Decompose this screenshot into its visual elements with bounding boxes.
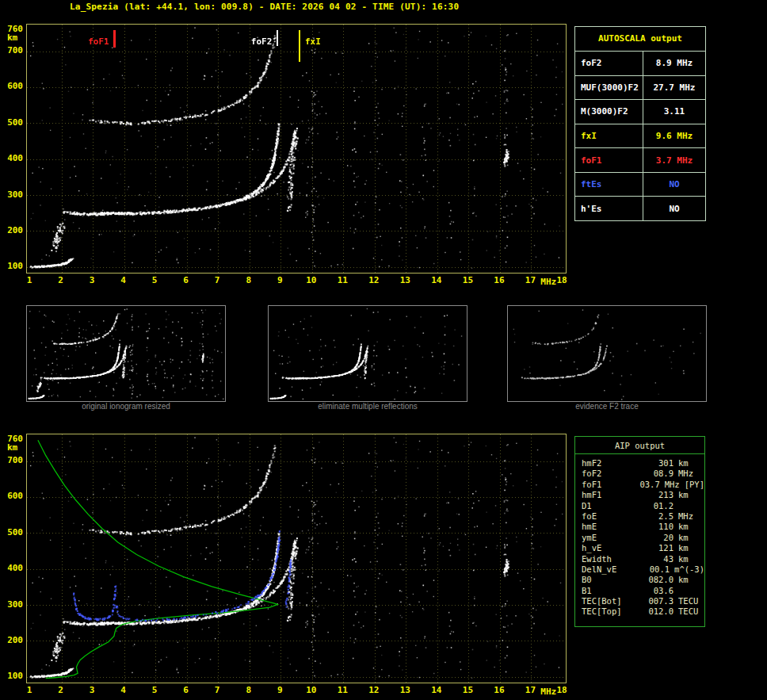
autoscala-row-value: NO [643,173,705,197]
aip-row-value: 012.0 [628,606,674,617]
ionogram-plot-bottom [26,434,567,683]
aip-row-value: 213 [628,490,674,500]
aip-row-label: TEC[Top] [582,606,628,617]
x-tick-label: 1 [27,275,32,285]
x-tick-label: 14 [431,685,441,695]
aip-row-unit: MHz [678,469,693,479]
thumbnail-original-canvas [27,306,225,401]
aip-row-label: ymE [582,533,628,543]
aip-row-foF1: foF103.7MHz[PY] [582,480,704,490]
x-tick-label: 13 [400,685,410,695]
x-tick-label: 15 [463,685,473,695]
autoscala-row-label: MUF(3000)F2 [575,76,643,100]
x-tick-label: 5 [152,685,158,695]
x-tick-label: 5 [152,275,158,285]
aip-row-value: 03.7 [620,480,659,490]
x-tick-label: 18 [556,685,567,695]
aip-row-label: B0 [582,575,628,585]
autoscala-row-label: foF2 [575,52,643,75]
x-tick-label: 14 [431,275,441,285]
x-axis-top: 123456789101112131415161718MHz [26,275,577,286]
x-tick-label: 16 [494,275,504,285]
x-tick-label: 9 [277,275,283,285]
aip-row-value: 2.5 [628,511,674,522]
aip-row-value: 121 [628,543,674,553]
thumbnail-caption-f2: evidence F2 trace [507,402,707,411]
aip-row-label: foE [582,511,628,522]
autoscala-row-label: ftEs [575,173,643,197]
aip-row-label: D1 [582,501,628,511]
ionogram-plot-top: foF1foF2fxI [26,24,567,273]
aip-row-foE: foE2.5MHz [582,511,704,522]
y-tick-label: 500 [7,117,23,128]
x-tick-label: 4 [120,275,126,285]
y-tick-label: 760 [7,24,23,34]
aip-row-hmF2: hmF2301km [582,458,704,469]
x-tick-label: 10 [306,275,316,285]
autoscala-row-ftEs: ftEsNO [575,172,705,197]
thumbnail-original-ionogram [26,305,226,402]
autoscala-row-M(3000)F2: M(3000)F23.11 [575,99,705,124]
station-date-header: La_Spezia (lat: +44.1, lon: 009.8) - DAT… [70,2,459,12]
x-tick-label: 8 [246,685,251,695]
thumbnail-caption-eliminate: eliminate multiple reflections [268,402,467,411]
x-tick-label: 2 [58,275,63,285]
y-tick-label: 300 [7,599,23,610]
marker-label-fxI: fxI [305,36,321,47]
autoscala-row-fxI: fxI9.6 MHz [575,124,705,148]
x-axis-unit-label: MHz [540,277,556,287]
aip-row-value: 01.2 [628,501,674,511]
marker-line-foF1 [113,30,116,48]
y-tick-label: 200 [7,635,23,645]
autoscala-row-label: h'Es [575,197,643,220]
aip-row-foF2: foF208.9MHz [582,469,704,479]
aip-row-D1: D101.2 [582,501,704,511]
x-tick-label: 18 [556,275,567,285]
autoscala-row-foF1: foF13.7 MHz [575,147,705,172]
aip-row-label: Ewidth [582,554,628,564]
y-tick-label: 400 [7,563,23,573]
y-tick-label: 600 [7,491,23,501]
thumbnail-eliminate-canvas [269,306,467,401]
aip-row-label: B1 [582,586,628,596]
x-tick-label: 7 [215,275,220,285]
x-tick-label: 11 [338,685,348,695]
ionogram-bottom-canvas [27,434,566,683]
y-tick-label: 300 [7,189,23,200]
autoscala-row-value: 3.11 [643,100,705,124]
aip-row-unit: m^(-3) [674,564,704,575]
autoscala-window: La_Spezia (lat: +44.1, lon: 009.8) - DAT… [0,0,767,700]
autoscala-output-table: AUTOSCALA output foF28.9 MHzMUF(3000)F22… [574,26,706,221]
aip-row-value: 301 [628,458,674,469]
y-tick-label: 500 [7,527,23,537]
aip-row-label: hmF1 [582,490,628,500]
autoscala-row-label: foF1 [575,148,643,172]
aip-row-label: foF1 [582,480,620,490]
aip-row-value: 20 [628,533,674,543]
x-tick-label: 17 [525,685,536,695]
x-tick-label: 17 [525,275,536,285]
aip-row-B1: B103.6 [582,586,704,596]
marker-label-foF1: foF1 [88,36,109,47]
autoscala-row-h'Es: h'EsNO [575,196,705,220]
autoscala-row-value: 8.9 MHz [643,52,705,75]
aip-row-value: 007.3 [628,596,674,606]
aip-row-unit: TECU [678,596,698,606]
x-tick-label: 13 [400,275,410,285]
marker-line-fxI [299,30,300,62]
autoscala-table-title: AUTOSCALA output [575,27,705,52]
aip-row-TEC[Bot]: TEC[Bot]007.3TECU [582,596,704,606]
x-tick-label: 6 [183,275,189,285]
x-tick-label: 6 [183,685,189,695]
aip-row-unit: MHz [665,480,680,490]
aip-row-label: hmE [582,522,628,532]
aip-table-title: AIP output [575,437,704,453]
x-tick-label: 3 [90,275,95,285]
y-axis-bottom: km760700600500400300200100 [0,434,24,682]
x-tick-label: 8 [246,275,251,285]
autoscala-table-rows: foF28.9 MHzMUF(3000)F227.7 MHzM(3000)F23… [575,52,705,220]
aip-row-unit: km [678,543,689,553]
y-axis-unit-label: km [7,33,17,43]
aip-row-Ewidth: Ewidth43km [582,554,704,564]
autoscala-row-label: M(3000)F2 [575,100,643,124]
